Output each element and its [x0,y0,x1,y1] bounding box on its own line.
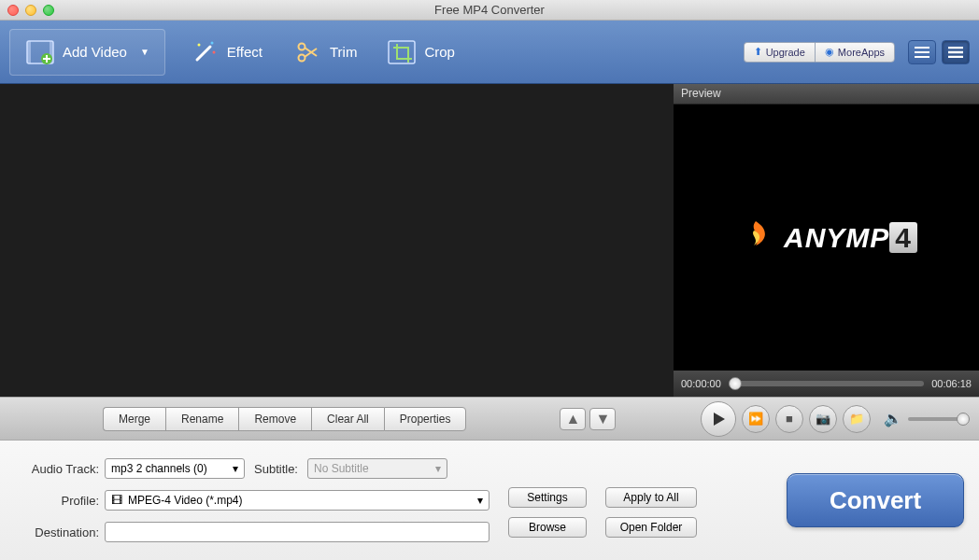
svg-point-8 [298,54,305,61]
add-video-button[interactable]: Add Video ▼ [9,29,165,76]
volume-slider[interactable] [908,417,964,421]
convert-button[interactable]: Convert [787,473,964,527]
preview-panel: Preview ANYMP4 00:00:00 00:06:18 [674,84,979,397]
volume-thumb[interactable] [957,413,970,426]
preview-timeline: 00:00:00 00:06:18 [674,371,979,397]
arrow-down-icon: ▼ [596,411,611,427]
upgrade-label: Upgrade [766,47,805,58]
settings-button[interactable]: Settings [508,487,587,508]
play-button[interactable] [701,401,736,437]
settings-form: Audio Track: mp3 2 channels (0) ▾ Subtit… [15,457,490,543]
folder-icon: 📁 [849,412,864,426]
more-apps-button[interactable]: ◉ MoreApps [815,42,895,63]
trim-button[interactable]: Trim [277,30,372,75]
video-format-icon: 🎞 [111,494,122,507]
view-mode-group [908,40,970,64]
play-icon [711,412,726,427]
menu-view-button[interactable] [942,40,970,64]
profile-select[interactable]: 🎞 MPEG-4 Video (*.mp4) ▾ [105,490,490,511]
scissors-icon [292,37,322,67]
list-actions: Merge Rename Remove Clear All Properties [103,407,466,431]
svg-point-4 [197,43,200,46]
subtitle-value: No Subtitle [314,462,369,475]
upgrade-moreapps-group: ⬆ Upgrade ◉ MoreApps [744,42,895,63]
list-icon [915,47,929,58]
profile-value: MPEG-4 Video (*.mp4) [128,494,243,507]
list-view-button[interactable] [908,40,936,64]
playback-controls: ⏩ ■ 📷 📁 🔈 [701,401,970,437]
minimize-window-button[interactable] [25,5,36,16]
snapshot-button[interactable]: 📷 [809,405,837,433]
fast-forward-icon: ⏩ [748,412,763,426]
audio-track-value: mp3 2 channels (0) [111,462,207,475]
svg-rect-1 [27,41,31,63]
chevron-down-icon: ▾ [477,494,483,507]
rename-button[interactable]: Rename [165,407,238,431]
timeline-slider[interactable] [729,381,924,386]
crop-button[interactable]: Crop [372,30,470,75]
convert-label: Convert [830,486,921,515]
upload-icon: ⬆ [754,46,762,58]
action-bar: Merge Rename Remove Clear All Properties… [0,397,979,441]
reorder-buttons: ▲ ▼ [560,408,616,430]
magic-wand-icon [190,37,220,67]
svg-rect-9 [389,41,415,63]
brand-logo: ANYMP4 [735,217,917,259]
destination-label: Destination: [15,525,99,539]
more-apps-label: MoreApps [838,47,885,58]
circle-arrow-icon: ◉ [825,46,834,58]
open-snapshot-folder-button[interactable]: 📁 [843,405,871,433]
timeline-thumb[interactable] [729,377,742,390]
effect-button[interactable]: Effect [175,30,277,75]
camera-icon: 📷 [816,412,830,426]
time-current: 00:00:00 [681,378,721,389]
destination-input[interactable] [105,522,490,542]
open-folder-button[interactable]: Open Folder [605,517,697,538]
svg-point-5 [210,41,213,44]
volume-control: 🔈 [884,410,964,427]
close-window-button[interactable] [7,5,19,16]
trim-label: Trim [330,44,357,60]
upgrade-button[interactable]: ⬆ Upgrade [744,42,815,63]
subtitle-select[interactable]: No Subtitle ▾ [307,458,447,479]
browse-button[interactable]: Browse [508,517,587,538]
stop-button[interactable]: ■ [775,405,803,433]
window-title: Free MP4 Converter [434,3,545,17]
brand-text: ANYMP4 [784,222,917,254]
hamburger-icon [948,47,963,58]
profile-label: Profile: [15,494,99,508]
clear-all-button[interactable]: Clear All [311,407,384,431]
audio-track-select[interactable]: mp3 2 channels (0) ▾ [105,458,245,479]
audio-track-label: Audio Track: [15,462,99,476]
svg-point-6 [212,50,215,53]
title-bar: Free MP4 Converter [0,0,979,21]
window-controls [7,5,54,16]
crop-label: Crop [424,44,455,60]
move-down-button[interactable]: ▼ [589,408,616,430]
apply-to-all-button[interactable]: Apply to All [605,487,697,508]
remove-button[interactable]: Remove [238,407,311,431]
merge-button[interactable]: Merge [103,407,165,431]
main-toolbar: Add Video ▼ Effect Trim Crop ⬆ Upgrade ◉… [0,21,979,84]
time-total: 00:06:18 [931,378,972,389]
fast-forward-button[interactable]: ⏩ [742,405,770,433]
stop-icon: ■ [786,412,793,426]
crop-icon [387,37,417,67]
preview-canvas: ANYMP4 [674,105,979,371]
speaker-icon: 🔈 [884,410,902,427]
side-buttons: Settings Apply to All Browse Open Folder [508,457,697,543]
subtitle-label: Subtitle: [254,462,298,476]
effect-label: Effect [227,44,262,60]
add-video-label: Add Video [63,44,127,60]
chevron-down-icon: ▾ [233,462,238,475]
preview-header: Preview [674,84,979,105]
main-area: Preview ANYMP4 00:00:00 00:06:18 [0,84,979,397]
chevron-down-icon: ▼ [140,47,149,57]
move-up-button[interactable]: ▲ [560,408,586,430]
properties-button[interactable]: Properties [384,407,467,431]
video-list-area[interactable] [0,84,674,397]
arrow-up-icon: ▲ [566,411,581,427]
zoom-window-button[interactable] [43,5,54,16]
svg-point-7 [298,43,305,49]
flame-icon [735,217,776,259]
